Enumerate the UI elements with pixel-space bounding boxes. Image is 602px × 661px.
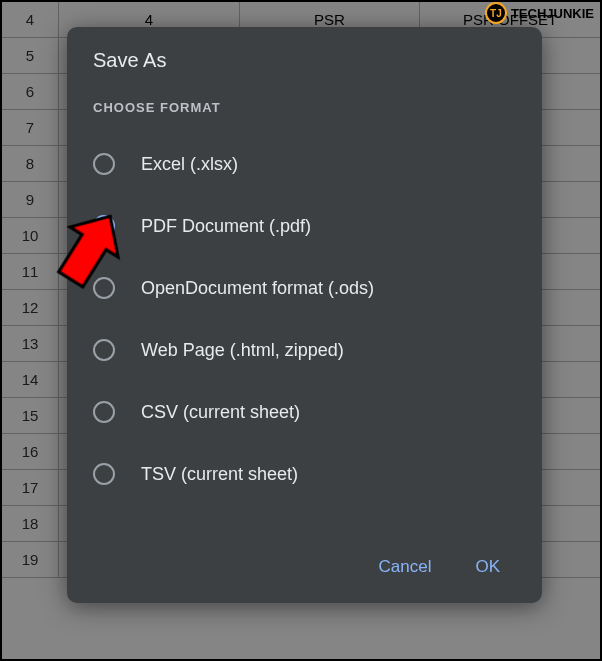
dialog-actions: Cancel OK <box>93 541 516 593</box>
choose-format-label: CHOOSE FORMAT <box>93 100 516 115</box>
format-option-label: TSV (current sheet) <box>141 464 298 485</box>
watermark-text: TECHJUNKIE <box>511 6 594 21</box>
dialog-title: Save As <box>93 49 516 72</box>
format-option[interactable]: OpenDocument format (.ods) <box>93 257 516 319</box>
radio-icon-selected[interactable] <box>93 215 115 237</box>
radio-icon[interactable] <box>93 339 115 361</box>
app-stage: 44PSRPSR OFFSET567N891011121314151617181… <box>0 0 602 661</box>
radio-icon[interactable] <box>93 277 115 299</box>
format-option-label: CSV (current sheet) <box>141 402 300 423</box>
format-option[interactable]: Web Page (.html, zipped) <box>93 319 516 381</box>
save-as-dialog: Save As CHOOSE FORMAT Excel (.xlsx)PDF D… <box>67 27 542 603</box>
format-option-label: PDF Document (.pdf) <box>141 216 311 237</box>
format-option-label: OpenDocument format (.ods) <box>141 278 374 299</box>
format-option[interactable]: TSV (current sheet) <box>93 443 516 505</box>
techjunkie-watermark: TJ TECHJUNKIE <box>485 2 594 24</box>
cancel-button[interactable]: Cancel <box>375 551 436 583</box>
format-option[interactable]: Excel (.xlsx) <box>93 133 516 195</box>
radio-icon[interactable] <box>93 463 115 485</box>
ok-button[interactable]: OK <box>471 551 504 583</box>
format-options-group: Excel (.xlsx)PDF Document (.pdf)OpenDocu… <box>93 133 516 505</box>
format-option-label: Excel (.xlsx) <box>141 154 238 175</box>
radio-icon[interactable] <box>93 401 115 423</box>
radio-icon[interactable] <box>93 153 115 175</box>
format-option[interactable]: CSV (current sheet) <box>93 381 516 443</box>
format-option[interactable]: PDF Document (.pdf) <box>93 195 516 257</box>
format-option-label: Web Page (.html, zipped) <box>141 340 344 361</box>
techjunkie-logo-icon: TJ <box>485 2 507 24</box>
